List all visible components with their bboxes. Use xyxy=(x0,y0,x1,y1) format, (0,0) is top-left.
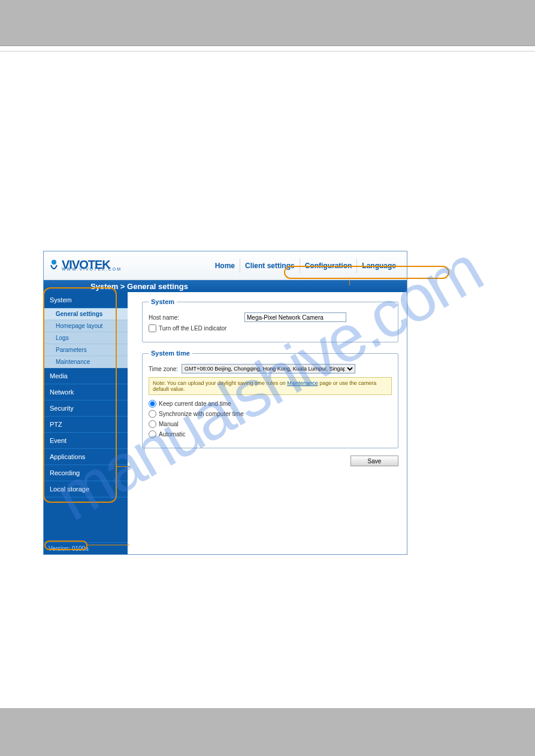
breadcrumb-text: System > General settings xyxy=(90,282,188,291)
logo-subtext: WWW.VIVOTEK.COM xyxy=(62,268,122,271)
sidebar-sub-logs[interactable]: Logs xyxy=(44,332,128,344)
radio-keep-current[interactable] xyxy=(149,400,156,408)
content-pane: System Host name: Turn off the LED indic… xyxy=(128,292,407,554)
divider xyxy=(0,51,535,51)
system-fieldset: System Host name: Turn off the LED indic… xyxy=(142,298,398,342)
page-footer-bar xyxy=(0,708,535,756)
radio-manual-label: Manual xyxy=(159,421,179,427)
sidebar-sub-homepage-layout[interactable]: Homepage layout xyxy=(44,320,128,332)
timezone-select[interactable]: GMT+08:00 Beijing, Chongqing, Hong Kong,… xyxy=(182,364,355,374)
callout-connector xyxy=(349,280,350,286)
timezone-label: Time zone: xyxy=(149,366,182,372)
screenshot-header: VIVOTEK WWW.VIVOTEK.COM Home Client sett… xyxy=(44,251,407,280)
hostname-label: Host name: xyxy=(149,314,244,321)
system-time-fieldset: System time Time zone: GMT+08:00 Beijing… xyxy=(142,350,398,448)
dst-note: Note: You can upload your daylight savin… xyxy=(149,377,392,395)
sidebar-item-network[interactable]: Network xyxy=(44,384,128,400)
sidebar-sub-general-settings[interactable]: General settings xyxy=(44,308,128,320)
screenshot-container: VIVOTEK WWW.VIVOTEK.COM Home Client sett… xyxy=(43,251,407,555)
led-checkbox[interactable] xyxy=(149,324,156,332)
tab-language[interactable]: Language xyxy=(356,259,401,273)
vivotek-logo: VIVOTEK WWW.VIVOTEK.COM xyxy=(49,259,122,272)
sidebar-item-media[interactable]: Media xyxy=(44,368,128,384)
sidebar-item-ptz[interactable]: PTZ xyxy=(44,417,128,433)
page-header-bar xyxy=(0,0,535,46)
callout-connector xyxy=(87,545,129,545)
breadcrumb: System > General settings xyxy=(44,280,407,292)
tab-client-settings[interactable]: Client settings xyxy=(240,259,300,273)
radio-sync-computer-label: Synchronize with computer time xyxy=(159,411,244,417)
sidebar-item-recording[interactable]: Recording xyxy=(44,465,128,481)
radio-automatic[interactable] xyxy=(149,430,156,438)
sidebar-item-security[interactable]: Security xyxy=(44,400,128,417)
tab-home[interactable]: Home xyxy=(210,259,240,273)
sidebar-item-local-storage[interactable]: Local storage xyxy=(44,481,128,497)
radio-manual[interactable] xyxy=(149,420,156,428)
tab-configuration[interactable]: Configuration xyxy=(300,259,357,273)
logo-icon xyxy=(49,259,59,272)
sidebar: System General settings Homepage layout … xyxy=(44,292,128,554)
radio-keep-current-label: Keep current date and time xyxy=(159,400,231,407)
sidebar-item-applications[interactable]: Applications xyxy=(44,449,128,465)
system-legend: System xyxy=(149,298,177,305)
sidebar-sub-parameters[interactable]: Parameters xyxy=(44,344,128,356)
maintenance-link[interactable]: Maintenance xyxy=(287,380,318,386)
sidebar-item-system[interactable]: System xyxy=(44,292,128,308)
firmware-version: Version: 0100a xyxy=(44,542,128,554)
hostname-input[interactable] xyxy=(244,312,346,322)
svg-point-0 xyxy=(52,260,56,265)
callout-connector xyxy=(117,466,130,467)
top-tabs: Home Client settings Configuration Langu… xyxy=(210,259,402,273)
sidebar-sub-maintenance[interactable]: Maintenance xyxy=(44,356,128,368)
led-label: Turn off the LED indicator xyxy=(159,325,226,332)
save-button[interactable]: Save xyxy=(350,456,398,466)
system-time-legend: System time xyxy=(149,350,192,357)
radio-automatic-label: Automatic xyxy=(159,431,185,438)
sidebar-item-event[interactable]: Event xyxy=(44,433,128,449)
radio-sync-computer[interactable] xyxy=(149,410,156,418)
